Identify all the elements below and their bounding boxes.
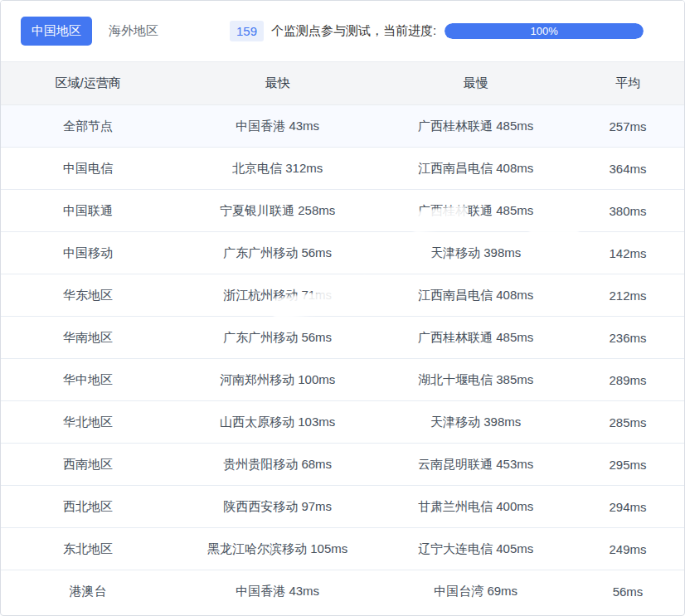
table-row: 华北地区山西太原移动 103ms天津移动 398ms285ms	[1, 401, 684, 444]
header-region: 区域/运营商	[1, 62, 175, 105]
cell-fastest: 黑龙江哈尔滨移动 105ms	[175, 528, 380, 570]
cell-average: 364ms	[571, 148, 684, 190]
cell-slowest: 天津移动 398ms	[380, 232, 571, 274]
progress-fill: 100%	[445, 23, 644, 39]
table-row: 全部节点中国香港 43ms广西桂林联通 485ms257ms	[1, 105, 684, 148]
speedtest-panel: 中国地区 海外地区 159 个监测点参与测试，当前进度: 100% 区域/运营商…	[0, 0, 685, 616]
cell-average: 142ms	[571, 232, 684, 274]
cell-slowest: 广西桂林联通 485ms	[380, 105, 571, 148]
cell-average: 249ms	[571, 528, 684, 570]
cell-fastest: 宁夏银川联通 258ms	[175, 190, 380, 232]
cell-fastest: 山西太原移动 103ms	[175, 401, 380, 444]
header-fastest: 最快	[175, 62, 380, 105]
cell-average: 294ms	[571, 486, 684, 528]
cell-slowest: 甘肃兰州电信 400ms	[380, 486, 571, 528]
table-header: 区域/运营商 最快 最慢 平均	[1, 62, 684, 105]
cell-slowest: 广西桂林联通 485ms	[380, 317, 571, 359]
table-row: 西北地区陕西西安移动 97ms甘肃兰州电信 400ms294ms	[1, 486, 684, 528]
cell-average: 289ms	[571, 359, 684, 401]
table-row: 华中地区河南郑州移动 100ms湖北十堰电信 385ms289ms	[1, 359, 684, 401]
monitor-count-badge: 159	[230, 21, 264, 41]
cell-fastest: 中国香港 43ms	[175, 570, 380, 613]
cell-fastest: 贵州贵阳移动 68ms	[175, 444, 380, 486]
cell-slowest: 中国台湾 69ms	[380, 570, 571, 613]
cell-fastest: 河南郑州移动 100ms	[175, 359, 380, 401]
table-row: 华东地区浙江杭州移动 71ms江西南昌电信 408ms212ms	[1, 274, 684, 317]
table-row: 华南地区广东广州移动 56ms广西桂林联通 485ms236ms	[1, 317, 684, 359]
table-row: 中国电信北京电信 312ms江西南昌电信 408ms364ms	[1, 148, 684, 190]
latency-table: 区域/运营商 最快 最慢 平均 全部节点中国香港 43ms广西桂林联通 485m…	[1, 61, 684, 613]
cell-slowest: 江西南昌电信 408ms	[380, 274, 571, 317]
cell-average: 295ms	[571, 444, 684, 486]
cell-slowest: 江西南昌电信 408ms	[380, 148, 571, 190]
table-body: 全部节点中国香港 43ms广西桂林联通 485ms257ms中国电信北京电信 3…	[1, 105, 684, 613]
topbar: 中国地区 海外地区 159 个监测点参与测试，当前进度: 100%	[1, 1, 684, 61]
cell-fastest: 北京电信 312ms	[175, 148, 380, 190]
cell-average: 285ms	[571, 401, 684, 444]
header-slowest: 最慢	[380, 62, 571, 105]
cell-region: 华北地区	[1, 401, 175, 444]
cell-fastest: 中国香港 43ms	[175, 105, 380, 148]
cell-average: 380ms	[571, 190, 684, 232]
table-header-row: 区域/运营商 最快 最慢 平均	[1, 62, 684, 105]
cell-average: 212ms	[571, 274, 684, 317]
cell-region: 华东地区	[1, 274, 175, 317]
header-average: 平均	[571, 62, 684, 105]
tab-china-region[interactable]: 中国地区	[21, 17, 92, 46]
cell-region: 西南地区	[1, 444, 175, 486]
table-row: 港澳台中国香港 43ms中国台湾 69ms56ms	[1, 570, 684, 613]
tab-overseas-region[interactable]: 海外地区	[109, 23, 158, 39]
cell-fastest: 陕西西安移动 97ms	[175, 486, 380, 528]
cell-region: 西北地区	[1, 486, 175, 528]
cell-region: 港澳台	[1, 570, 175, 613]
cell-slowest: 广西桂林联通 485ms	[380, 190, 571, 232]
cell-fastest: 广东广州移动 56ms	[175, 317, 380, 359]
cell-slowest: 辽宁大连电信 405ms	[380, 528, 571, 570]
cell-fastest: 浙江杭州移动 71ms	[175, 274, 380, 317]
cell-region: 全部节点	[1, 105, 175, 148]
cell-fastest: 广东广州移动 56ms	[175, 232, 380, 274]
table-row: 东北地区黑龙江哈尔滨移动 105ms辽宁大连电信 405ms249ms	[1, 528, 684, 570]
monitor-status: 159 个监测点参与测试，当前进度: 100%	[230, 21, 644, 41]
cell-slowest: 湖北十堰电信 385ms	[380, 359, 571, 401]
monitor-label: 个监测点参与测试，当前进度:	[271, 23, 436, 39]
cell-region: 中国移动	[1, 232, 175, 274]
cell-region: 东北地区	[1, 528, 175, 570]
table-row: 中国移动广东广州移动 56ms天津移动 398ms142ms	[1, 232, 684, 274]
cell-region: 华南地区	[1, 317, 175, 359]
progress-bar: 100%	[445, 23, 644, 39]
table-row: 中国联通宁夏银川联通 258ms广西桂林联通 485ms380ms	[1, 190, 684, 232]
cell-average: 236ms	[571, 317, 684, 359]
table-row: 西南地区贵州贵阳移动 68ms云南昆明联通 453ms295ms	[1, 444, 684, 486]
cell-average: 257ms	[571, 105, 684, 148]
cell-slowest: 天津移动 398ms	[380, 401, 571, 444]
cell-region: 中国联通	[1, 190, 175, 232]
cell-region: 中国电信	[1, 148, 175, 190]
cell-region: 华中地区	[1, 359, 175, 401]
cell-slowest: 云南昆明联通 453ms	[380, 444, 571, 486]
cell-average: 56ms	[571, 570, 684, 613]
